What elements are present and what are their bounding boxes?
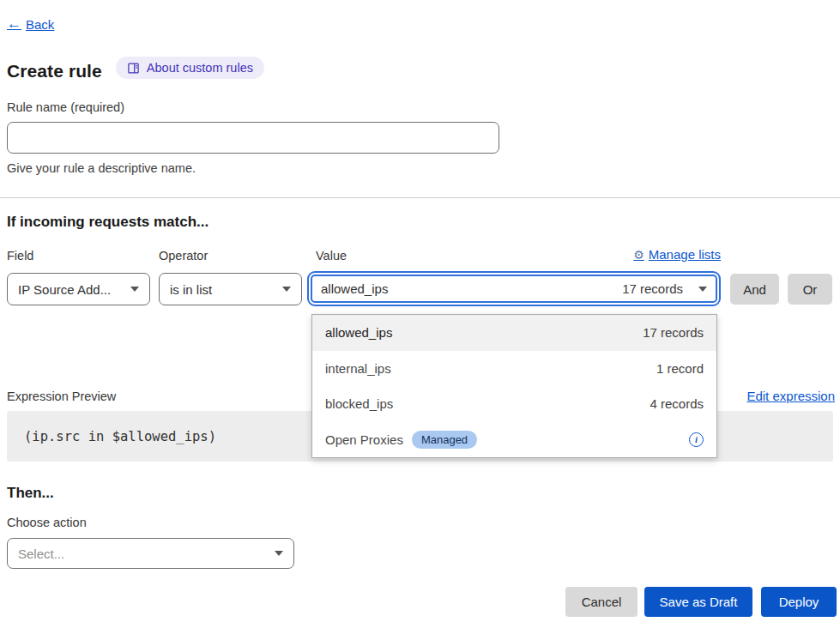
book-icon	[127, 62, 140, 75]
operator-label: Operator	[159, 249, 208, 263]
field-select[interactable]: IP Source Add...	[7, 273, 150, 305]
gear-icon: ⚙	[633, 248, 644, 262]
option-record-count: 17 records	[643, 325, 704, 340]
chevron-down-icon	[282, 287, 291, 292]
section-divider	[0, 197, 840, 198]
operator-select-value: is in list	[170, 282, 212, 297]
operator-select[interactable]: is in list	[159, 273, 302, 305]
back-link-label: Back	[26, 17, 54, 32]
list-option-internal-ips[interactable]: internal_ips 1 record	[312, 351, 716, 387]
field-label: Field	[7, 249, 33, 263]
option-name: allowed_ips	[325, 325, 392, 340]
option-name: blocked_ips	[325, 396, 393, 411]
expression-preview-label: Expression Preview	[7, 389, 116, 403]
choose-action-label: Choose action	[7, 516, 87, 529]
back-arrow-icon: ←	[7, 15, 21, 33]
value-select-records: 17 records	[622, 281, 683, 296]
and-button[interactable]: And	[730, 274, 779, 305]
rule-name-label: Rule name (required)	[7, 100, 124, 114]
value-select-value: allowed_ips	[321, 281, 388, 296]
value-dropdown-list: allowed_ips 17 records internal_ips 1 re…	[311, 314, 717, 458]
manage-lists-link[interactable]: ⚙Manage lists	[633, 247, 721, 262]
action-select-placeholder: Select...	[18, 546, 64, 561]
option-name: internal_ips	[325, 361, 391, 376]
back-link[interactable]: ←Back	[7, 15, 54, 33]
edit-expression-link[interactable]: Edit expression	[746, 389, 835, 403]
manage-lists-label: Manage lists	[649, 247, 721, 262]
managed-badge: Managed	[412, 431, 477, 449]
save-as-draft-button[interactable]: Save as Draft	[644, 587, 752, 617]
option-record-count: 1 record	[656, 361, 704, 376]
or-button[interactable]: Or	[788, 274, 832, 305]
field-select-value: IP Source Add...	[18, 282, 111, 297]
rule-name-input[interactable]	[7, 122, 499, 154]
chevron-down-icon	[275, 551, 283, 556]
cancel-button[interactable]: Cancel	[565, 587, 638, 617]
then-heading: Then...	[7, 485, 54, 502]
chevron-down-icon	[698, 287, 707, 292]
list-option-blocked-ips[interactable]: blocked_ips 4 records	[312, 386, 716, 422]
option-name: Open Proxies	[325, 432, 403, 447]
page-title: Create rule	[7, 61, 102, 81]
deploy-button[interactable]: Deploy	[761, 587, 837, 617]
value-select-focused[interactable]: allowed_ips 17 records	[307, 271, 721, 306]
option-record-count: 4 records	[650, 396, 704, 411]
match-heading: If incoming requests match...	[7, 214, 208, 231]
chevron-down-icon	[130, 287, 139, 292]
rule-name-help: Give your rule a descriptive name.	[7, 161, 196, 175]
list-option-open-proxies[interactable]: Open Proxies Managed i	[312, 422, 716, 458]
info-icon[interactable]: i	[689, 432, 704, 447]
list-option-allowed-ips[interactable]: allowed_ips 17 records	[312, 315, 716, 351]
expression-code: (ip.src in $allowed_ips)	[24, 429, 216, 444]
about-badge-label: About custom rules	[147, 61, 253, 75]
action-select[interactable]: Select...	[7, 538, 294, 569]
value-label: Value	[316, 249, 347, 263]
about-custom-rules-badge[interactable]: About custom rules	[116, 57, 264, 79]
